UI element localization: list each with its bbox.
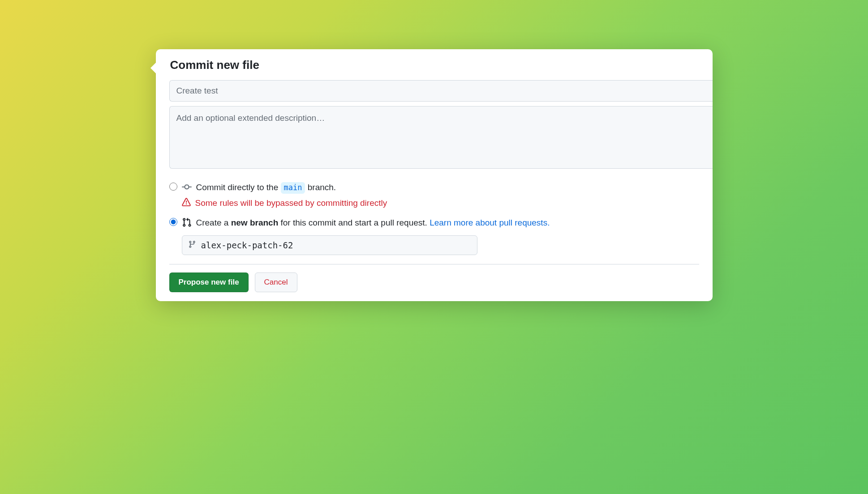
bypass-warning: Some rules will be bypassed by committin… [182,198,713,209]
commit-directly-suffix: branch. [308,183,336,192]
learn-more-link[interactable]: Learn more about pull requests. [430,218,550,227]
dialog-title: Commit new file [169,58,713,72]
new-branch-suffix: for this commit and start a pull request… [278,218,430,227]
commit-directly-label: Commit directly to the main branch. [196,181,336,194]
option-commit-directly[interactable]: Commit directly to the main branch. [169,181,713,194]
git-commit-icon [182,182,192,194]
divider [169,264,699,264]
git-pull-request-icon [182,217,192,229]
commit-dialog: Commit new file Commit directly to the m… [156,49,713,301]
main-branch-badge: main [281,182,305,194]
branch-name-input[interactable] [182,235,477,255]
branch-name-container [182,235,477,255]
git-branch-icon [188,240,196,250]
dialog-body: Commit new file Commit directly to the m… [156,49,713,301]
commit-directly-prefix: Commit directly to the [196,183,281,192]
cancel-button[interactable]: Cancel [255,273,297,292]
commit-options: Commit directly to the main branch. Some… [169,181,713,255]
button-row: Propose new file Cancel [169,273,713,292]
radio-commit-directly[interactable] [169,183,177,191]
option-new-branch[interactable]: Create a new branch for this commit and … [169,217,713,230]
commit-summary-input[interactable] [169,80,713,102]
commit-description-textarea[interactable] [169,106,713,169]
bypass-warning-text: Some rules will be bypassed by committin… [195,198,387,208]
new-branch-label: Create a new branch for this commit and … [196,217,550,230]
new-branch-prefix: Create a [196,218,231,227]
radio-new-branch[interactable] [169,218,177,226]
alert-triangle-icon [182,198,191,209]
new-branch-bold: new branch [231,218,279,227]
propose-new-file-button[interactable]: Propose new file [169,273,249,292]
